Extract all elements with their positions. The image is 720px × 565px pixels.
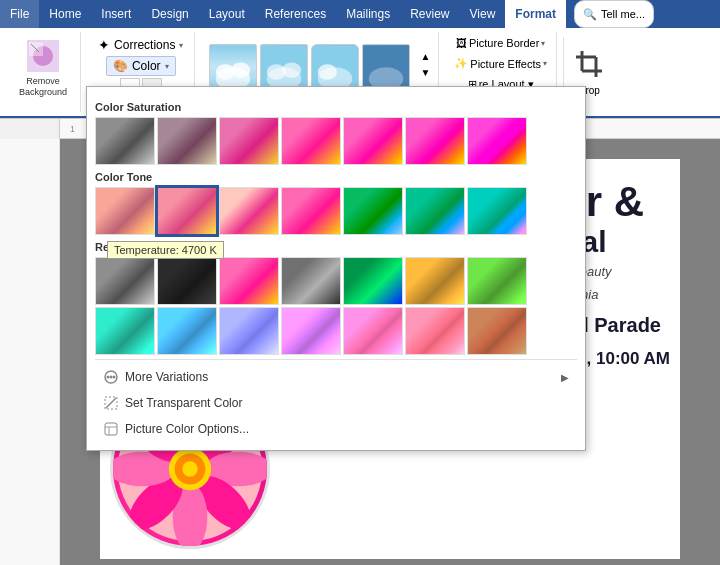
saturation-swatch-4[interactable] [343, 117, 403, 165]
picture-effects-arrow: ▾ [543, 59, 547, 68]
recolor-grid-1 [95, 257, 577, 305]
svg-point-45 [107, 376, 110, 379]
recolor-swatch-0[interactable] [95, 257, 155, 305]
tab-mailings[interactable]: Mailings [336, 0, 400, 28]
color-tone-label: Color Tone [95, 171, 577, 183]
menu-divider [95, 359, 577, 360]
picture-color-options-icon [103, 421, 119, 437]
tooltip-text: Temperature: 4700 K [114, 244, 217, 256]
saturation-swatch-1[interactable] [157, 117, 217, 165]
picture-effects-icon: ✨ [454, 57, 468, 70]
saturation-swatch-2[interactable] [219, 117, 279, 165]
tone-swatch-6[interactable] [467, 187, 527, 235]
recolor-grid-2 [95, 307, 577, 355]
gallery-scroll-down[interactable]: ▼ [416, 65, 434, 80]
recolor-swatch-5[interactable] [405, 257, 465, 305]
svg-point-47 [113, 376, 116, 379]
color-label: Color [132, 59, 161, 73]
more-variations-menu-item[interactable]: More Variations ▶ [95, 364, 577, 390]
recolor-swatch-10[interactable] [281, 307, 341, 355]
ruler-corner [0, 119, 60, 139]
color-arrow: ▾ [165, 62, 169, 71]
picture-border-label: Picture Border [469, 37, 539, 49]
tab-review[interactable]: Review [400, 0, 459, 28]
color-button[interactable]: 🎨 Color ▾ [106, 56, 176, 76]
remove-background-icon [27, 40, 59, 72]
tab-view[interactable]: View [460, 0, 506, 28]
corrections-icon: ✦ [98, 37, 110, 53]
color-tone-grid [95, 187, 577, 235]
corrections-label: Corrections [114, 38, 175, 52]
tone-swatch-4[interactable] [343, 187, 403, 235]
ribbon-tabs: File Home Insert Design Layout Reference… [0, 0, 720, 28]
search-icon: 🔍 [583, 8, 597, 21]
tab-insert[interactable]: Insert [91, 0, 141, 28]
tone-swatch-5[interactable] [405, 187, 465, 235]
tab-home[interactable]: Home [39, 0, 91, 28]
saturation-swatch-3[interactable] [281, 117, 341, 165]
svg-point-14 [318, 64, 337, 79]
ribbon-group-background: RemoveBackground [6, 32, 81, 112]
recolor-swatch-4[interactable] [343, 257, 403, 305]
picture-color-options-menu-item[interactable]: Picture Color Options... [95, 416, 577, 442]
svg-rect-30 [0, 139, 60, 565]
picture-border-icon: 🖼 [456, 37, 467, 49]
picture-effects-label: Picture Effects [470, 58, 541, 70]
tone-swatch-0[interactable] [95, 187, 155, 235]
gallery-scroll-up[interactable]: ▲ [416, 49, 434, 64]
tab-layout[interactable]: Layout [199, 0, 255, 28]
tone-swatch-2[interactable] [219, 187, 279, 235]
recolor-swatch-11[interactable] [343, 307, 403, 355]
picture-border-button[interactable]: 🖼 Picture Border ▾ [451, 34, 550, 52]
set-transparent-icon [103, 395, 119, 411]
tell-me-text: Tell me... [601, 8, 645, 20]
color-saturation-label: Color Saturation [95, 101, 577, 113]
picture-color-options-label: Picture Color Options... [125, 422, 249, 436]
tell-me-box[interactable]: 🔍 Tell me... [574, 0, 654, 28]
corrections-arrow: ▾ [179, 41, 183, 50]
color-icon: 🎨 [113, 59, 128, 73]
recolor-swatch-2[interactable] [219, 257, 279, 305]
more-variations-arrow: ▶ [561, 372, 569, 383]
svg-point-11 [282, 62, 301, 77]
svg-rect-49 [105, 423, 117, 435]
tab-references[interactable]: References [255, 0, 336, 28]
saturation-swatch-6[interactable] [467, 117, 527, 165]
tab-design[interactable]: Design [141, 0, 198, 28]
tone-swatch-1[interactable] [157, 187, 217, 235]
recolor-swatch-13[interactable] [467, 307, 527, 355]
color-dropdown-panel: Color Saturation Color Tone [86, 86, 586, 451]
more-variations-label: More Variations [125, 370, 208, 384]
remove-background-label: RemoveBackground [19, 76, 67, 98]
color-saturation-grid [95, 117, 577, 165]
recolor-swatch-7[interactable] [95, 307, 155, 355]
recolor-swatch-3[interactable] [281, 257, 341, 305]
recolor-swatch-8[interactable] [157, 307, 217, 355]
picture-border-arrow: ▾ [541, 39, 545, 48]
remove-background-button[interactable]: RemoveBackground [10, 34, 76, 104]
saturation-swatch-5[interactable] [405, 117, 465, 165]
tone-swatch-3[interactable] [281, 187, 341, 235]
recolor-swatch-9[interactable] [219, 307, 279, 355]
recolor-swatch-12[interactable] [405, 307, 465, 355]
svg-point-7 [231, 62, 250, 77]
svg-point-46 [110, 376, 113, 379]
saturation-swatch-0[interactable] [95, 117, 155, 165]
tab-format[interactable]: Format [505, 0, 566, 28]
svg-text:1: 1 [70, 124, 75, 134]
svg-point-43 [182, 461, 197, 476]
picture-effects-button[interactable]: ✨ Picture Effects ▾ [449, 54, 552, 73]
set-transparent-label: Set Transparent Color [125, 396, 242, 410]
corrections-button[interactable]: ✦ Corrections ▾ [91, 34, 190, 56]
tab-file[interactable]: File [0, 0, 39, 28]
ruler-vertical [0, 139, 60, 565]
temperature-tooltip: Temperature: 4700 K [107, 241, 224, 259]
set-transparent-color-menu-item[interactable]: Set Transparent Color [95, 390, 577, 416]
crop-icon [574, 49, 604, 85]
recolor-swatch-1[interactable] [157, 257, 217, 305]
recolor-swatch-6[interactable] [467, 257, 527, 305]
more-variations-icon [103, 369, 119, 385]
